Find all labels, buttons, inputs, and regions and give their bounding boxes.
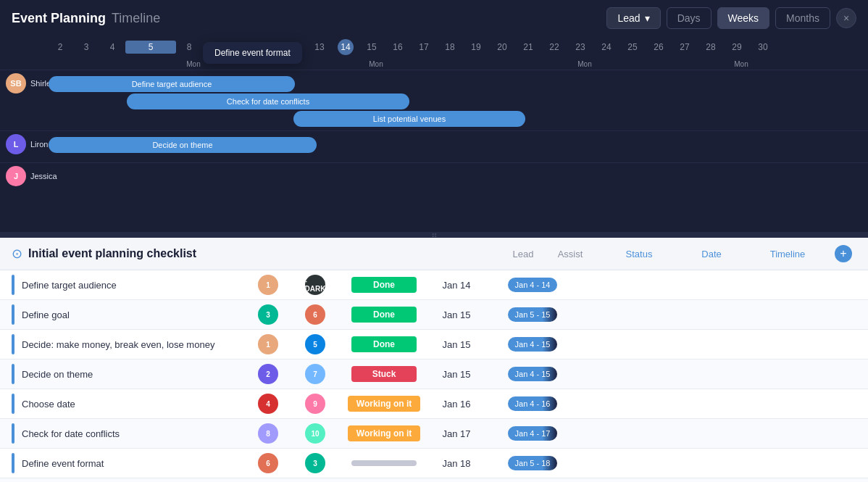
- task-lead-avatar[interactable]: 8: [246, 423, 290, 444]
- row-color-bar: [12, 423, 14, 444]
- mon-labels-row: Mon Mon Mon Mon: [0, 58, 868, 70]
- col-header-assist: Assist: [545, 249, 596, 259]
- task-timeline: Jan 4 - 17: [485, 426, 580, 441]
- task-lead-avatar[interactable]: 1: [246, 275, 290, 295]
- task-name: Decide: make money, break even, lose mon…: [22, 339, 246, 350]
- status-badge[interactable]: [351, 460, 417, 466]
- person-row-liron: L Liron Decide on theme: [0, 130, 868, 162]
- mon-label: Mon: [180, 60, 206, 68]
- task-assist-avatar[interactable]: 9: [290, 394, 341, 414]
- task-status[interactable]: Working on it: [341, 396, 427, 412]
- lead-avatar[interactable]: 1: [258, 275, 278, 295]
- task-assist-avatar[interactable]: 7: [290, 364, 341, 384]
- day-num: 13: [306, 42, 333, 52]
- task-status[interactable]: Done: [341, 277, 427, 293]
- task-timeline: Jan 4 - 16: [485, 396, 580, 411]
- table-row: Outline venue requirements 5 -GRAY Done …: [0, 478, 868, 482]
- days-button[interactable]: Days: [667, 7, 711, 29]
- day-num: 21: [515, 42, 541, 52]
- lead-avatar[interactable]: 2: [258, 364, 278, 384]
- lead-avatar[interactable]: 6: [258, 453, 278, 473]
- task-status[interactable]: Working on it: [341, 425, 427, 441]
- day-num: 30: [750, 42, 776, 52]
- day-num: 8: [176, 42, 202, 52]
- header-left: Event Planning Timeline: [12, 11, 160, 26]
- assist-avatar[interactable]: 3: [305, 453, 325, 473]
- assist-avatar[interactable]: 6: [305, 304, 325, 325]
- app-title: Event Planning: [12, 11, 106, 26]
- task-date: Jan 17: [427, 428, 485, 439]
- row-color-bar: [12, 275, 14, 295]
- divider[interactable]: ⠿: [0, 232, 868, 238]
- task-lead-avatar[interactable]: 4: [246, 394, 290, 414]
- lead-avatar[interactable]: 1: [258, 334, 278, 354]
- status-badge[interactable]: Working on it: [348, 396, 420, 412]
- task-assist-avatar[interactable]: -DARK: [290, 275, 341, 295]
- task-name: Define goal: [22, 309, 246, 320]
- task-assist-avatar[interactable]: 3: [290, 453, 341, 473]
- table-row: Choose date 4 9 Working on it Jan 16 Jan…: [0, 389, 868, 419]
- status-badge[interactable]: Done: [351, 277, 417, 293]
- add-column-icon[interactable]: +: [835, 245, 852, 262]
- assist-avatar[interactable]: 7: [305, 364, 325, 384]
- table-section: ⊙ Initial event planning checklist Lead …: [0, 238, 868, 482]
- timeline-bar[interactable]: Decide on theme: [49, 137, 317, 153]
- status-badge[interactable]: Done: [351, 307, 417, 323]
- timeline-bar[interactable]: Check for date conflicts: [127, 94, 409, 109]
- assist-avatar[interactable]: 10: [305, 423, 325, 444]
- task-lead-avatar[interactable]: 2: [246, 364, 290, 384]
- table-row: Define target audience 1 -DARK Done Jan …: [0, 270, 868, 300]
- avatar-jessica: J: [6, 166, 26, 186]
- task-timeline: Jan 5 - 15: [485, 307, 580, 322]
- close-button[interactable]: ×: [836, 8, 856, 28]
- weeks-button[interactable]: Weeks: [717, 7, 770, 29]
- task-status[interactable]: Done: [341, 336, 427, 352]
- event-popup: Define event format: [203, 42, 302, 64]
- task-lead-avatar[interactable]: 1: [246, 334, 290, 354]
- day-num: 25: [619, 42, 646, 52]
- task-timeline: Jan 5 - 18: [485, 456, 580, 470]
- section-expand-icon[interactable]: ⊙: [12, 246, 22, 262]
- day-num: 19: [463, 42, 489, 52]
- task-status[interactable]: Done: [341, 307, 427, 323]
- task-assist-avatar[interactable]: 5: [290, 334, 341, 354]
- task-lead-avatar[interactable]: 3: [246, 304, 290, 325]
- section-title: Initial event planning checklist: [28, 247, 501, 260]
- task-lead-avatar[interactable]: 6: [246, 453, 290, 473]
- col-header-status: Status: [596, 249, 683, 259]
- timeline-bar[interactable]: List potential venues: [293, 111, 525, 127]
- task-assist-avatar[interactable]: 10: [290, 423, 341, 444]
- timeline-pill: Jan 4 - 15: [508, 367, 558, 381]
- person-row-jessica: J Jessica: [0, 162, 868, 189]
- day-num: 17: [411, 42, 437, 52]
- months-button[interactable]: Months: [775, 7, 830, 29]
- status-badge[interactable]: Working on it: [348, 425, 420, 441]
- timeline-pill: Jan 4 - 17: [508, 426, 558, 441]
- status-badge[interactable]: Done: [351, 336, 417, 352]
- status-badge[interactable]: Stuck: [351, 366, 417, 382]
- assist-avatar[interactable]: 5: [305, 334, 325, 354]
- mon-label: Mon: [572, 60, 598, 68]
- row-color-bar: [12, 364, 14, 384]
- day-num: 16: [385, 42, 411, 52]
- assist-avatar[interactable]: 9: [305, 394, 325, 414]
- lead-button[interactable]: Lead ▾: [606, 7, 660, 29]
- lead-avatar[interactable]: 8: [258, 423, 278, 444]
- task-assist-avatar[interactable]: 6: [290, 304, 341, 325]
- timeline-bar[interactable]: Define target audience: [49, 76, 295, 92]
- app-subtitle: Timeline: [112, 11, 160, 26]
- task-status[interactable]: [341, 460, 427, 466]
- assist-avatar[interactable]: -DARK: [305, 275, 325, 295]
- bars-container: [47, 166, 868, 186]
- day-num: 24: [593, 42, 619, 52]
- timeline-pill: Jan 4 - 15: [508, 337, 558, 352]
- row-color-bar: [12, 394, 14, 414]
- day-num: 28: [698, 42, 724, 52]
- task-status[interactable]: Stuck: [341, 366, 427, 382]
- task-date: Jan 18: [427, 458, 485, 469]
- add-column-button[interactable]: +: [835, 245, 856, 262]
- lead-avatar[interactable]: 4: [258, 394, 278, 414]
- lead-avatar[interactable]: 3: [258, 304, 278, 325]
- day-num: 22: [541, 42, 567, 52]
- header-right: Lead ▾ Days Weeks Months ×: [606, 7, 856, 29]
